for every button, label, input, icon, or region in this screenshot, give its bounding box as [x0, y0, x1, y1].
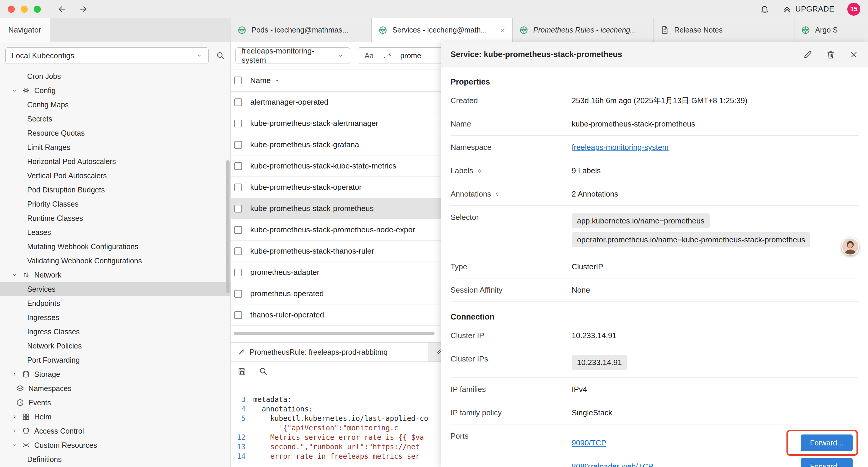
sidebar-item-services[interactable]: Services [0, 282, 230, 296]
sidebar-item-vertical-pod-autoscalers[interactable]: Vertical Pod Autoscalers [0, 169, 230, 183]
notification-badge[interactable]: 15 [847, 3, 860, 16]
network-icon [22, 271, 30, 279]
namespace-filter[interactable]: freeleaps-monitoring-system [236, 47, 350, 64]
detail-label: Created [451, 95, 572, 105]
detail-label-text: Ports [451, 432, 469, 441]
row-checkbox[interactable] [234, 162, 242, 170]
port-link[interactable]: 8080:reloader-web/TCP [572, 461, 653, 467]
sidebar-item-ingresses[interactable]: Ingresses [0, 310, 230, 324]
tab-prometheus-rules-icecheng[interactable]: Prometheus Rules - icecheng... [513, 18, 653, 42]
sidebar-item-runtime-classes[interactable]: Runtime Classes [0, 211, 230, 225]
sidebar-item-access-control[interactable]: Access Control [0, 424, 230, 438]
sidebar-item-pod-disruption-budgets[interactable]: Pod Disruption Budgets [0, 183, 230, 197]
line-number: 5 [231, 414, 253, 423]
row-checkbox[interactable] [234, 183, 242, 191]
service-name: kube-prometheus-stack-operator [250, 183, 362, 192]
edit-icon[interactable] [803, 50, 812, 59]
code-text: error rate in freeleaps metrics ser [253, 451, 420, 461]
sidebar-item-leases[interactable]: Leases [0, 225, 230, 239]
kubeconfig-selector[interactable]: Local Kubeconfigs [5, 47, 209, 64]
detail-row-cluster-ips: Cluster IPs10.233.14.91 [451, 347, 859, 378]
sidebar-item-network[interactable]: Network [0, 268, 230, 282]
search-icon[interactable] [258, 367, 268, 376]
tab-release-notes[interactable]: Release Notes [653, 18, 795, 42]
sidebar-item-validating-webhook-configurations[interactable]: Validating Webhook Configurations [0, 254, 230, 268]
tab-pods-icecheng-mathmas[interactable]: Pods - icecheng@mathmas... [231, 18, 372, 42]
regex-toggle[interactable]: .* [382, 52, 392, 60]
chevron-down-icon[interactable] [11, 272, 18, 278]
sidebar-scrollbar[interactable] [226, 160, 229, 293]
sidebar-item-mutating-webhook-configurations[interactable]: Mutating Webhook Configurations [0, 239, 230, 254]
forward-button[interactable]: Forward... [801, 458, 852, 467]
chevron-right-icon[interactable] [11, 371, 18, 377]
tab-argo-s[interactable]: Argo S [795, 18, 868, 42]
chevron-down-icon[interactable] [11, 442, 18, 448]
detail-value: freeleaps-monitoring-system [572, 142, 859, 152]
editor-tab-prometheusrule[interactable]: PrometheusRule: freeleaps-prod-rabbitmq [231, 343, 428, 361]
forward-button[interactable]: Forward... [801, 435, 852, 451]
row-checkbox[interactable] [234, 311, 242, 319]
upgrade-button[interactable]: UPGRADE [782, 4, 834, 14]
detail-label-text: IP families [451, 385, 486, 394]
sidebar-item-custom-resources[interactable]: Custom Resources [0, 438, 230, 452]
row-checkbox[interactable] [234, 269, 242, 276]
sidebar-item-resource-quotas[interactable]: Resource Quotas [0, 126, 230, 140]
sidebar-item-cron-jobs[interactable]: Cron Jobs [0, 69, 230, 83]
horizontal-scrollbar[interactable] [234, 332, 435, 335]
window-close-button[interactable] [8, 6, 15, 13]
detail-label: Session Affinity [451, 285, 572, 295]
close-icon[interactable] [499, 27, 506, 33]
sidebar-item-limit-ranges[interactable]: Limit Ranges [0, 140, 230, 154]
sidebar-item-config[interactable]: Config [0, 83, 230, 97]
sidebar-item-secrets[interactable]: Secrets [0, 112, 230, 126]
namespace-link[interactable]: freeleaps-monitoring-system [572, 143, 669, 152]
column-header-name[interactable]: Name [250, 76, 280, 85]
detail-label-text: Type [451, 262, 467, 271]
navigator-panel-tab[interactable]: Navigator [0, 18, 50, 42]
match-case-toggle[interactable]: Aa [365, 52, 374, 60]
row-checkbox[interactable] [234, 205, 242, 212]
sidebar-item-port-forwarding[interactable]: Port Forwarding [0, 353, 230, 367]
sidebar-item-endpoints[interactable]: Endpoints [0, 296, 230, 310]
tab-label: Prometheus Rules - icecheng... [533, 26, 637, 34]
detail-row-type: TypeClusterIP [451, 255, 859, 279]
save-icon[interactable] [237, 367, 247, 376]
detail-row-annotations: Annotations2 Annotations [451, 182, 859, 206]
navigator-title: Navigator [8, 25, 41, 35]
detail-row-ports: Ports9090/TCPForward...8080:reloader-web… [451, 425, 859, 467]
sidebar-item-priority-classes[interactable]: Priority Classes [0, 197, 230, 211]
delete-icon[interactable] [826, 50, 836, 59]
assistant-avatar[interactable] [841, 238, 859, 255]
window-minimize-button[interactable] [21, 6, 28, 13]
select-all-checkbox[interactable] [234, 77, 242, 84]
sidebar-item-namespaces[interactable]: Namespaces [0, 381, 230, 396]
row-checkbox[interactable] [234, 226, 242, 234]
detail-value: app.kubernetes.io/name=prometheusoperato… [572, 212, 859, 248]
sidebar-item-ingress-classes[interactable]: Ingress Classes [0, 324, 230, 339]
tab-services-icecheng-math[interactable]: Services - icecheng@math... [372, 18, 513, 42]
search-icon[interactable] [216, 51, 225, 60]
chevron-down-icon[interactable] [11, 87, 18, 94]
forward-icon[interactable] [79, 4, 88, 14]
sidebar-item-horizontal-pod-autoscalers[interactable]: Horizontal Pod Autoscalers [0, 154, 230, 169]
sidebar-item-definitions[interactable]: Definitions [0, 452, 230, 466]
row-checkbox[interactable] [234, 247, 242, 255]
sidebar-item-storage[interactable]: Storage [0, 367, 230, 381]
row-checkbox[interactable] [234, 120, 242, 127]
close-icon[interactable] [849, 50, 859, 59]
row-checkbox[interactable] [234, 290, 242, 298]
chevron-right-icon[interactable] [11, 413, 18, 420]
sidebar-item-helm[interactable]: Helm [0, 410, 230, 424]
sidebar-item-config-maps[interactable]: Config Maps [0, 97, 230, 112]
port-link[interactable]: 9090/TCP [572, 438, 606, 448]
back-icon[interactable] [57, 4, 67, 14]
window-zoom-button[interactable] [34, 6, 41, 13]
sort-icon[interactable] [476, 168, 483, 174]
sidebar-item-events[interactable]: Events [0, 396, 230, 410]
sort-icon[interactable] [494, 191, 500, 198]
row-checkbox[interactable] [234, 141, 242, 149]
bell-icon[interactable] [760, 4, 769, 14]
chevron-right-icon[interactable] [11, 428, 18, 434]
sidebar-item-network-policies[interactable]: Network Policies [0, 339, 230, 353]
row-checkbox[interactable] [234, 98, 242, 106]
